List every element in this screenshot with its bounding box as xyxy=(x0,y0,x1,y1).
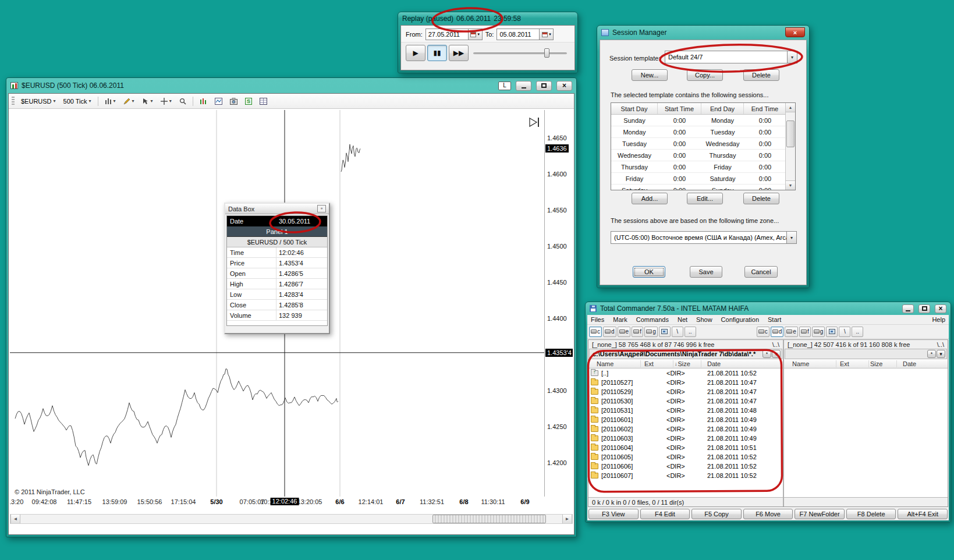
root-button[interactable]: \ xyxy=(839,327,850,337)
databox-titlebar[interactable]: Data Box ▫ xyxy=(225,204,329,214)
maximize-button[interactable] xyxy=(536,81,552,91)
slider-thumb[interactable] xyxy=(544,48,549,58)
session-row[interactable]: Wednesday 0:00 Thursday 0:00 xyxy=(611,150,795,161)
sessions-table[interactable]: Start Day Start Time End Day End Time Su… xyxy=(611,102,796,190)
updir-link[interactable]: \..\ xyxy=(937,341,944,348)
fkey-button[interactable]: F4 Edit xyxy=(640,509,690,519)
interval-selector[interactable]: 500 Tick ▾ xyxy=(61,96,94,107)
timezone-select[interactable]: (UTC-05:00) Восточное время (США и Канад… xyxy=(611,231,797,244)
file-list-header[interactable]: Name Ext ↓Size Date xyxy=(588,359,783,368)
add-session-button[interactable]: Add... xyxy=(632,193,668,204)
file-row[interactable]: [20110605] <DIR> 21.08.2011 10:52 xyxy=(588,452,783,462)
menu-item[interactable]: Start xyxy=(768,316,781,323)
sessions-scrollbar[interactable]: ▲ ▼ xyxy=(785,103,795,190)
session-row[interactable]: Thursday 0:00 Friday 0:00 xyxy=(611,161,795,173)
file-row[interactable]: [20110606] <DIR> 21.08.2011 10:52 xyxy=(588,462,783,471)
to-date-picker[interactable]: 05.08.2011 ▾ xyxy=(496,29,554,40)
drawing-tools-button[interactable]: ▾ xyxy=(120,96,137,107)
delete-template-button[interactable]: Delete xyxy=(743,69,779,81)
play-button[interactable]: ▶ xyxy=(406,45,425,61)
column-header-ext[interactable]: Ext xyxy=(641,360,673,367)
chart-panel-button[interactable] xyxy=(212,96,225,107)
file-row[interactable]: [20110602] <DIR> 21.08.2011 10:49 xyxy=(588,424,783,434)
snapshot-button[interactable] xyxy=(227,96,240,107)
path-dropdown-button[interactable]: ▾ xyxy=(772,350,781,358)
minimize-button[interactable] xyxy=(902,304,914,313)
copy-button[interactable]: Copy... xyxy=(687,69,723,81)
file-row[interactable]: [20110529] <DIR> 21.08.2011 10:47 xyxy=(588,387,783,396)
chart-style-button[interactable]: ▾ xyxy=(102,96,119,107)
updir-button[interactable]: .. xyxy=(685,327,696,337)
from-date-value[interactable]: 27.05.2011 xyxy=(425,29,469,40)
drive-button[interactable]: d xyxy=(603,327,616,337)
crosshair-button[interactable]: ▾ xyxy=(158,96,175,107)
scrollbar-track[interactable] xyxy=(20,515,562,523)
data-grid-button[interactable] xyxy=(257,96,270,107)
menu-item[interactable]: Mark xyxy=(613,316,627,323)
save-button[interactable]: Save xyxy=(690,266,722,278)
session-row[interactable]: Sunday 0:00 Monday 0:00 xyxy=(611,115,795,126)
from-date-picker[interactable]: 27.05.2011 ▾ xyxy=(425,29,483,40)
scroll-right-button[interactable]: ► xyxy=(562,515,572,523)
replay-speed-slider[interactable] xyxy=(473,47,567,59)
updir-link[interactable]: \..\ xyxy=(772,341,779,348)
strategies-button[interactable]: S xyxy=(242,96,255,107)
drive-button[interactable]: e xyxy=(618,327,631,337)
chevron-down-icon[interactable]: ▾ xyxy=(787,51,797,63)
column-header-date[interactable]: Date xyxy=(701,360,783,367)
path-dropdown-button[interactable]: ▾ xyxy=(937,350,945,358)
file-row[interactable]: [20110527] <DIR> 21.08.2011 10:47 xyxy=(588,378,783,387)
session-row[interactable]: Monday 0:00 Tuesday 0:00 xyxy=(611,126,795,138)
session-row[interactable]: Saturday 0:00 Sunday 0:00 xyxy=(611,185,795,190)
file-row[interactable]: [20110607] <DIR> 21.08.2011 10:52 xyxy=(588,471,783,480)
fkey-button[interactable]: Alt+F4 Exit xyxy=(898,509,948,519)
column-header-size[interactable]: ↓Size xyxy=(673,360,701,367)
fkey-button[interactable]: F6 Move xyxy=(743,509,793,519)
drive-button[interactable]: g xyxy=(812,327,825,337)
session-row[interactable]: Friday 0:00 Saturday 0:00 xyxy=(611,173,795,185)
delete-session-button[interactable]: Delete xyxy=(743,193,779,204)
file-row[interactable]: [..] <DIR> 21.08.2011 10:52 xyxy=(588,368,783,378)
tc-path-bar[interactable]: * ▾ xyxy=(785,349,947,359)
column-header-end-day[interactable]: End Day xyxy=(701,103,744,114)
scrollbar-thumb[interactable] xyxy=(786,120,795,147)
session-manager-titlebar[interactable]: Session Manager × xyxy=(597,26,809,39)
close-button[interactable]: × xyxy=(935,304,946,313)
fkey-button[interactable]: F7 NewFolder xyxy=(795,509,845,519)
menu-item[interactable]: Show xyxy=(696,316,712,323)
fast-forward-button[interactable]: ▶▶ xyxy=(449,45,469,61)
drive-button[interactable]: e xyxy=(785,327,798,337)
menu-item-help[interactable]: Help xyxy=(932,316,945,323)
menu-item[interactable]: Net xyxy=(678,316,687,323)
file-list[interactable]: [..] <DIR> 21.08.2011 10:52 [20110527] <… xyxy=(588,368,783,497)
fkey-button[interactable]: F8 Delete xyxy=(846,509,896,519)
drive-button[interactable]: f xyxy=(632,327,643,337)
close-button[interactable]: × xyxy=(785,27,805,37)
file-row[interactable]: [20110531] <DIR> 21.08.2011 10:48 xyxy=(588,406,783,415)
time-axis[interactable]: 6/911:30:116/811:32:516/712:14:016/613:2… xyxy=(10,497,544,508)
file-list-header[interactable]: Name Ext Size Date xyxy=(784,359,948,368)
drive-button[interactable]: c xyxy=(589,327,602,337)
instrument-selector[interactable]: $EURUSD ▾ xyxy=(18,96,59,107)
to-calendar-button[interactable]: ▾ xyxy=(540,29,554,40)
session-row[interactable]: Tuesday 0:00 Wednesday 0:00 xyxy=(611,138,795,150)
maximize-button[interactable] xyxy=(918,304,930,313)
scroll-up-button[interactable]: ▲ xyxy=(786,103,795,112)
column-header-date[interactable]: Date xyxy=(897,360,948,367)
session-template-select[interactable]: Default 24/7 ▾ xyxy=(665,51,797,63)
menu-item[interactable]: Commands xyxy=(636,316,669,323)
menu-item[interactable]: Files xyxy=(591,316,604,323)
file-row[interactable]: [20110601] <DIR> 21.08.2011 10:49 xyxy=(588,415,783,424)
bars-indicator-button[interactable] xyxy=(197,96,210,107)
menu-item[interactable]: Configuration xyxy=(721,316,759,323)
link-button[interactable]: L xyxy=(498,81,511,90)
scroll-down-button[interactable]: ▼ xyxy=(786,180,795,190)
chevron-down-icon[interactable]: ▾ xyxy=(786,232,796,243)
drive-button[interactable]: f xyxy=(799,327,811,337)
toolbar-grip[interactable] xyxy=(12,97,15,106)
edit-session-button[interactable]: Edit... xyxy=(687,193,723,204)
column-header-start-day[interactable]: Start Day xyxy=(611,103,658,114)
tc-path-bar[interactable]: c:\Users\Андрей\Documents\NinjaTrader 7\… xyxy=(589,349,782,359)
root-button[interactable]: \ xyxy=(672,327,683,337)
new-button[interactable]: New... xyxy=(632,69,668,81)
